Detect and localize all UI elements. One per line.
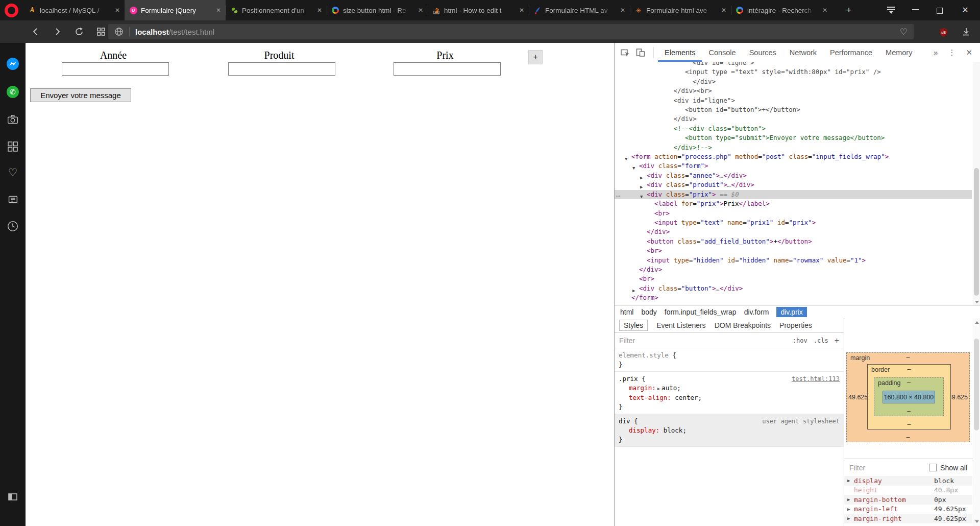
maximize-button[interactable] (928, 0, 952, 19)
elements-tree-line[interactable]: <button class="add_field_button">+</butt… (615, 237, 972, 246)
devtools-tab-console[interactable]: Console (702, 43, 742, 62)
elements-tree-line[interactable]: <input type="text" name="prix1" id="prix… (615, 218, 972, 227)
elements-tree-line[interactable]: </div> (615, 227, 972, 236)
computed-property-row[interactable]: ▶margin-right49.625px (844, 514, 972, 523)
elements-tree-line[interactable]: <!--<div class="button"> (615, 124, 972, 133)
sidebar-tab-dom-breakpoints[interactable]: DOM Breakpoints (715, 321, 771, 329)
browser-tab-8[interactable]: intéragire - Recherch✕ (731, 0, 832, 20)
history-clock-icon[interactable] (6, 219, 20, 233)
expand-arrow-icon[interactable]: ▶ (847, 516, 854, 521)
devtools-tab-sources[interactable]: Sources (743, 43, 783, 62)
submit-button[interactable]: Envoyer votre message (30, 88, 131, 102)
adblock-shield-icon[interactable]: uB (936, 25, 951, 39)
tab-menu-button[interactable] (879, 0, 902, 19)
minimize-button[interactable] (903, 0, 927, 19)
expand-arrow-icon[interactable]: ▶ (847, 507, 854, 512)
tab-close-icon[interactable]: ✕ (619, 7, 625, 14)
computed-property-row[interactable]: ▶margin-bottom0px (844, 495, 972, 505)
elements-tree-line[interactable]: <br> (615, 274, 972, 283)
scrollbar-thumb[interactable] (974, 339, 979, 431)
window-close-button[interactable]: ✕ (953, 0, 977, 19)
scroll-down-icon[interactable] (975, 520, 979, 523)
elements-tree-line[interactable]: </form> (615, 293, 972, 302)
browser-tab-7[interactable]: ✳Formulaire html ave✕ (630, 0, 731, 20)
browser-tab-6[interactable]: Formulaire HTML av✕ (529, 0, 630, 20)
elements-tree-line[interactable]: <button id="button">+</button> (615, 105, 972, 114)
css-property[interactable]: display: block; (619, 426, 840, 435)
css-property[interactable]: text-align: center; (619, 393, 840, 402)
back-button[interactable] (28, 25, 43, 39)
produit-input[interactable] (228, 62, 335, 76)
tab-close-icon[interactable]: ✕ (417, 7, 423, 14)
style-rule-prix[interactable]: test.html:113 .prix { margin:▶auto; text… (615, 372, 844, 414)
devtools-tab-network[interactable]: Network (783, 43, 823, 62)
bookmarks-heart-icon[interactable]: ♡ (6, 165, 20, 180)
tab-close-icon[interactable]: ✕ (316, 7, 322, 14)
elements-tree-line[interactable]: ▼<form action="process.php" method="post… (615, 152, 972, 161)
box-model-content[interactable]: 160.800 × 40.800 (883, 391, 935, 403)
prix-input[interactable] (394, 62, 501, 76)
devtools-menu-icon[interactable]: ⋮ (948, 48, 955, 57)
sidebar-scrollbar[interactable] (973, 318, 980, 526)
elements-tree-line[interactable]: <label for="prix">Prix</label> (615, 199, 972, 208)
elements-tree-line[interactable]: </div> (615, 265, 972, 274)
inspect-element-icon[interactable] (619, 46, 632, 59)
computed-property-row[interactable]: ▶displayblock (844, 476, 972, 486)
forward-button[interactable] (50, 25, 65, 39)
elements-tree-line[interactable]: <div id="ligne"> (615, 62, 972, 67)
devtools-tab-performance[interactable]: Performance (823, 43, 879, 62)
opera-logo[interactable] (5, 4, 18, 17)
pseudo-state-toggle[interactable]: :hov (793, 337, 807, 344)
breadcrumb-div.form[interactable]: div.form (744, 308, 769, 316)
class-toggle[interactable]: .cls (814, 337, 828, 344)
tab-close-icon[interactable]: ✕ (215, 7, 221, 14)
download-icon[interactable] (959, 25, 974, 39)
elements-tree-line[interactable]: <div id="ligne"> (615, 96, 972, 105)
bookmark-heart-icon[interactable]: ♡ (900, 27, 908, 37)
sidebar-tab-event-listeners[interactable]: Event Listeners (656, 321, 706, 329)
elements-tree-line[interactable]: <input type ="text" style="width:80px" i… (615, 67, 972, 77)
more-tabs-icon[interactable]: » (934, 48, 938, 57)
elements-tree-line[interactable]: ▶<div class="produit">…</div> (615, 180, 972, 189)
reload-button[interactable] (71, 25, 87, 39)
tab-close-icon[interactable]: ✕ (114, 7, 120, 14)
add-field-button[interactable]: + (528, 50, 543, 64)
annee-input[interactable] (62, 62, 169, 76)
scroll-down-icon[interactable] (975, 301, 979, 303)
devtools-tab-memory[interactable]: Memory (879, 43, 919, 62)
elements-tree-line[interactable]: </div> (615, 77, 972, 86)
sidebar-tab-styles[interactable]: Styles (619, 320, 648, 331)
stylesheet-link[interactable]: test.html:113 (792, 374, 840, 384)
new-style-rule-button[interactable]: + (835, 336, 839, 345)
overflow-dots-icon[interactable]: … (616, 190, 620, 199)
browser-tab-5[interactable]: html - How to edit t✕ (428, 0, 529, 20)
expand-arrow-icon[interactable]: ▶ (847, 478, 854, 483)
breadcrumb-body[interactable]: body (641, 308, 656, 316)
style-rule-element[interactable]: element.style { } (615, 348, 844, 372)
whatsapp-icon[interactable]: ✆ (6, 85, 20, 99)
sidebar-setup-icon[interactable] (6, 490, 20, 504)
tab-close-icon[interactable]: ✕ (720, 7, 726, 14)
expand-arrow-icon[interactable]: ▶ (847, 497, 854, 502)
elements-tree-line[interactable]: </div><br> (615, 86, 972, 95)
elements-tree-line[interactable]: ▶<div class="button">…</div> (615, 284, 972, 293)
tab-close-icon[interactable]: ✕ (821, 7, 827, 14)
box-model-border[interactable]: border – – – – padding – – 160.800 × 40.… (867, 364, 951, 429)
breadcrumb-div.prix[interactable]: div.prix (776, 307, 806, 317)
elements-tree-line[interactable]: <button type="submit">Envoyer votre mess… (615, 133, 972, 142)
scrollbar-thumb[interactable] (974, 168, 979, 296)
style-rule-useragent[interactable]: user agent stylesheet div { display: blo… (615, 414, 844, 447)
browser-tab-4[interactable]: size button html - Re✕ (327, 0, 428, 20)
box-model-margin[interactable]: margin – – 49.625 49.625 – – border – – … (846, 352, 970, 442)
browser-tab-1[interactable]: Alocalhost / MySQL / ✕ (23, 0, 125, 20)
scroll-up-icon[interactable] (975, 321, 979, 324)
device-toolbar-icon[interactable] (634, 46, 647, 59)
elements-tree-line[interactable]: <br> (615, 209, 972, 218)
messenger-icon[interactable] (6, 57, 20, 71)
css-property[interactable]: margin:▶auto; (619, 384, 840, 393)
breadcrumb-html[interactable]: html (620, 308, 633, 316)
box-model-padding[interactable]: padding – – 160.800 × 40.800 (874, 377, 944, 416)
elements-tree-line-selected[interactable]: …▼<div class="prix"> == $0 (615, 190, 972, 199)
devtools-tab-elements[interactable]: Elements (658, 43, 702, 62)
elements-tree-line[interactable]: <input type="hidden" id="hidden" name="r… (615, 256, 972, 265)
